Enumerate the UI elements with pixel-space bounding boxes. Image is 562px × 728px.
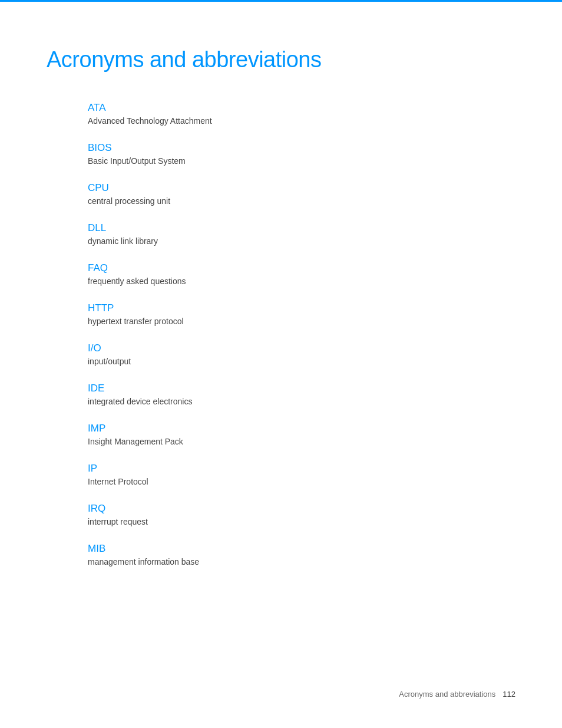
top-border xyxy=(0,0,562,2)
page-container: Acronyms and abbreviations ATAAdvanced T… xyxy=(0,0,562,728)
acronym-definition: Insight Management Pack xyxy=(88,437,515,446)
page-footer: Acronyms and abbreviations 112 xyxy=(399,690,515,699)
acronym-term: MIB xyxy=(88,543,515,555)
footer-page-number: 112 xyxy=(503,690,515,699)
acronym-term: DLL xyxy=(88,222,515,234)
page-title: Acronyms and abbreviations xyxy=(47,47,515,73)
acronym-definition: frequently asked questions xyxy=(88,276,515,286)
acronym-term: CPU xyxy=(88,182,515,194)
acronym-definition: central processing unit xyxy=(88,196,515,206)
list-item: MIBmanagement information base xyxy=(88,543,515,566)
acronym-term: IDE xyxy=(88,383,515,394)
acronym-definition: Internet Protocol xyxy=(88,477,515,486)
list-item: IRQinterrupt request xyxy=(88,503,515,526)
acronym-definition: Basic Input/Output System xyxy=(88,156,515,166)
acronym-list: ATAAdvanced Technology AttachmentBIOSBas… xyxy=(88,102,515,566)
list-item: I/Oinput/output xyxy=(88,342,515,366)
acronym-term: HTTP xyxy=(88,302,515,314)
acronym-term: IRQ xyxy=(88,503,515,515)
acronym-definition: Advanced Technology Attachment xyxy=(88,116,515,126)
list-item: ATAAdvanced Technology Attachment xyxy=(88,102,515,126)
list-item: FAQfrequently asked questions xyxy=(88,262,515,286)
acronym-term: I/O xyxy=(88,342,515,354)
acronym-definition: dynamic link library xyxy=(88,236,515,246)
acronym-definition: management information base xyxy=(88,557,515,566)
list-item: IPInternet Protocol xyxy=(88,463,515,486)
list-item: IDEintegrated device electronics xyxy=(88,383,515,406)
acronym-definition: interrupt request xyxy=(88,517,515,526)
acronym-definition: input/output xyxy=(88,357,515,366)
acronym-term: ATA xyxy=(88,102,515,114)
acronym-term: IP xyxy=(88,463,515,475)
acronym-term: IMP xyxy=(88,423,515,434)
list-item: DLLdynamic link library xyxy=(88,222,515,246)
acronym-definition: hypertext transfer protocol xyxy=(88,317,515,326)
footer-section-label: Acronyms and abbreviations xyxy=(399,690,495,699)
acronym-term: BIOS xyxy=(88,142,515,154)
list-item: BIOSBasic Input/Output System xyxy=(88,142,515,166)
acronym-definition: integrated device electronics xyxy=(88,397,515,406)
acronym-term: FAQ xyxy=(88,262,515,274)
list-item: IMPInsight Management Pack xyxy=(88,423,515,446)
list-item: HTTPhypertext transfer protocol xyxy=(88,302,515,326)
list-item: CPUcentral processing unit xyxy=(88,182,515,206)
